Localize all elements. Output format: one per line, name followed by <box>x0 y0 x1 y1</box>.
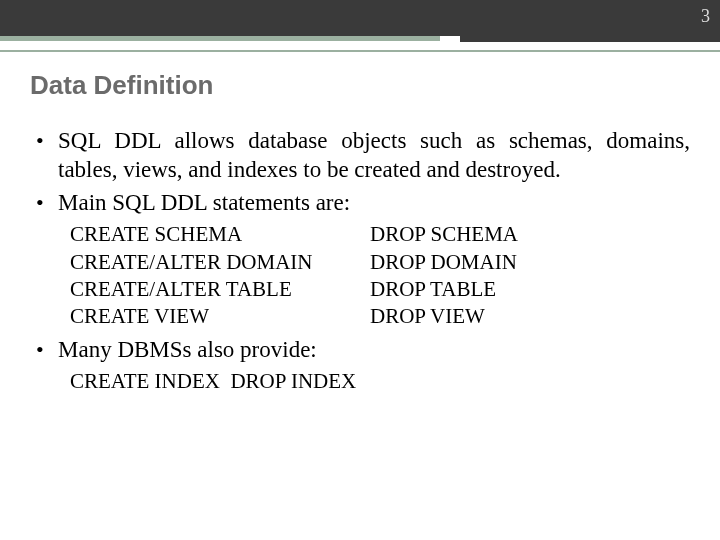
accent-row <box>0 36 720 44</box>
ddl-statement: CREATE VIEW <box>70 303 370 330</box>
bullet-item: Many DBMSs also provide: <box>58 336 690 365</box>
ddl-index-row: CREATE INDEX DROP INDEX <box>30 369 690 394</box>
ddl-statement: CREATE/ALTER DOMAIN <box>70 249 370 276</box>
ddl-statements-columns: CREATE SCHEMA CREATE/ALTER DOMAIN CREATE… <box>30 221 690 330</box>
slide-title: Data Definition <box>30 70 690 101</box>
ddl-statement: DROP VIEW <box>370 303 518 330</box>
ddl-statement: DROP SCHEMA <box>370 221 518 248</box>
ddl-drop-column: DROP SCHEMA DROP DOMAIN DROP TABLE DROP … <box>370 221 518 330</box>
bullet-list: SQL DDL allows database objects such as … <box>30 127 690 217</box>
ddl-statement: CREATE/ALTER TABLE <box>70 276 370 303</box>
slide-content: Data Definition SQL DDL allows database … <box>0 52 720 394</box>
ddl-statement: DROP DOMAIN <box>370 249 518 276</box>
bullet-item: SQL DDL allows database objects such as … <box>58 127 690 185</box>
accent-left <box>0 36 440 41</box>
ddl-statement: CREATE SCHEMA <box>70 221 370 248</box>
ddl-create-column: CREATE SCHEMA CREATE/ALTER DOMAIN CREATE… <box>70 221 370 330</box>
accent-right <box>460 32 720 42</box>
bullet-list: Many DBMSs also provide: <box>30 336 690 365</box>
ddl-statement: DROP TABLE <box>370 276 518 303</box>
page-number: 3 <box>701 6 710 27</box>
bullet-item: Main SQL DDL statements are: <box>58 189 690 218</box>
slide-header-bar: 3 <box>0 0 720 36</box>
